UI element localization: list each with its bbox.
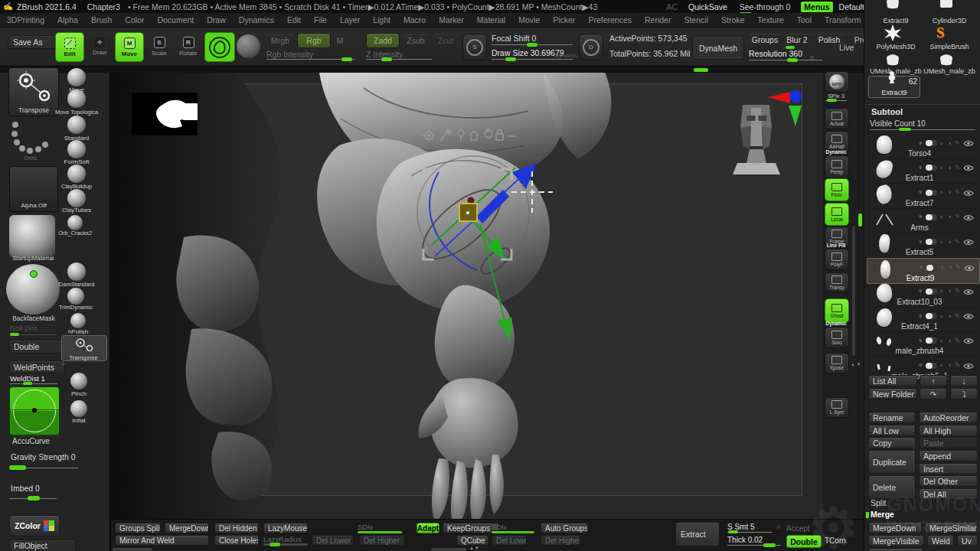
floor-button[interactable]: Floor (825, 178, 849, 201)
contrast-icon[interactable]: ◑ (947, 165, 951, 171)
polypaint-toggle-icon[interactable] (926, 363, 937, 369)
edit-button[interactable]: ⟋ Edit (55, 32, 84, 62)
chevron-down-icon[interactable]: ▾ (919, 362, 923, 369)
uv-button[interactable]: Uv (957, 535, 978, 546)
tool-item-extract9[interactable]: Extract9 (869, 17, 923, 24)
chevron-down-icon[interactable]: ▾ (919, 165, 923, 171)
bpr-button[interactable]: BPR (825, 71, 849, 93)
current-material-sphere[interactable] (237, 34, 260, 58)
polypaint-toggle-icon[interactable] (926, 289, 937, 295)
draw-button[interactable]: ✛ Draw (87, 32, 113, 60)
double-toggle-button[interactable]: Double (9, 340, 64, 354)
insert-button[interactable]: Insert (919, 463, 978, 474)
stroke-picker-button[interactable]: S (462, 34, 487, 60)
menu-texture[interactable]: Texture (757, 15, 783, 24)
zsub-button[interactable]: Zsub (403, 34, 429, 46)
list_all-button[interactable]: List All (868, 375, 917, 386)
edit-pen-icon[interactable]: ✎ (955, 264, 961, 271)
close-holes-button[interactable]: Close Holes (214, 535, 259, 546)
draw-size-slider[interactable] (492, 59, 573, 60)
brush-trimdynamic[interactable] (67, 288, 84, 305)
sdiv-slider[interactable] (492, 531, 534, 533)
chevron-down-icon[interactable]: ▾ (919, 313, 923, 320)
menu-tool[interactable]: Tool (797, 15, 812, 24)
menu-draw[interactable]: Draw (207, 15, 226, 24)
shade-icon[interactable]: ◐ (940, 140, 944, 147)
chevron-down-icon[interactable]: ▾ (919, 140, 923, 147)
polypaint-toggle-icon[interactable] (926, 140, 937, 146)
bottom-scrollbar-left[interactable] (113, 548, 152, 551)
menu-alpha[interactable]: Alpha (57, 15, 78, 24)
smt-circle-icon[interactable]: ○ (776, 523, 780, 530)
polypaint-toggle-icon[interactable] (926, 265, 938, 271)
edit-pen-icon[interactable]: ✎ (954, 165, 960, 171)
z-intensity-slider[interactable] (366, 59, 432, 60)
brush-move topologica[interactable] (67, 90, 86, 108)
groups-split-button[interactable]: Groups Split (115, 523, 161, 533)
accu-curve-button[interactable]: AccuCurve (9, 435, 63, 446)
tool-item-polymesh3d[interactable]: PolyMesh3D (869, 43, 923, 51)
keepgroups-button[interactable]: KeepGroups (443, 523, 499, 533)
resolution-circle-icon[interactable]: ○ (810, 54, 814, 61)
polypaint-toggle-icon[interactable] (926, 313, 937, 319)
mrgb-button[interactable]: Mrgb (266, 34, 294, 46)
menus-button[interactable]: Menus (801, 2, 832, 12)
groups-button[interactable]: Groups (749, 34, 781, 45)
persp-button[interactable]: Persp (825, 155, 849, 178)
polypaint-toggle-icon[interactable] (926, 214, 937, 220)
fill-object-button[interactable]: FillObject (9, 540, 76, 551)
subtool-row-extract4_1[interactable]: ▾◐◑✎Extract4_1 (867, 307, 978, 332)
eye-visibility-icon[interactable] (963, 161, 974, 174)
mirror-and-weld-button[interactable]: Mirror And Weld (115, 535, 209, 546)
menu-dynamics[interactable]: Dynamics (239, 15, 274, 24)
move-button[interactable]: M Move (115, 32, 144, 62)
sdiv-slider[interactable] (358, 531, 402, 533)
spix-handle[interactable] (827, 99, 837, 102)
xpose-button[interactable]: Xpose (825, 353, 849, 373)
rotate-button[interactable]: R Rotate (175, 32, 201, 60)
edit-pen-icon[interactable]: ✎ (954, 288, 960, 295)
contrast-icon[interactable]: ◑ (948, 264, 952, 271)
s-smt-handle[interactable] (728, 530, 738, 533)
auto-groups-button[interactable]: Auto Groups (541, 523, 588, 533)
lazyradius-handle[interactable] (270, 543, 280, 546)
eye-visibility-icon[interactable] (963, 136, 974, 150)
bottom-scroll-arrows[interactable]: ▲▼ (469, 546, 480, 550)
m-button[interactable]: M (334, 34, 346, 46)
menu-picker[interactable]: Picker (553, 15, 575, 24)
brush-hpolish[interactable] (70, 313, 86, 328)
sculpt-canvas[interactable] (111, 73, 823, 520)
menu-light[interactable]: Light (373, 15, 390, 24)
strip-scroll-arrows[interactable]: ▲ ▼ (851, 362, 861, 367)
edit-pen-icon[interactable]: ✎ (954, 362, 960, 369)
eye-visibility-icon[interactable] (963, 186, 974, 200)
ghost-button[interactable]: Ghost (825, 298, 849, 323)
brush-claybuildup[interactable] (67, 165, 86, 183)
contrast-icon[interactable]: ◑ (947, 140, 951, 147)
dynamesh-button[interactable]: DynaMesh (692, 36, 744, 60)
polypaint-toggle-icon[interactable] (926, 190, 937, 196)
strip-scrollbar[interactable] (852, 226, 855, 356)
menu-3dprinting[interactable]: 3DPrinting (7, 15, 44, 24)
subtool-row-arms[interactable]: ▾◐◑✎Arms (867, 208, 978, 233)
subtool-row-extract10_03[interactable]: ▾◐◑✎Extract10_03 (867, 282, 978, 308)
polypaint-toggle-icon[interactable] (926, 239, 937, 245)
accept-button[interactable]: Accept (786, 524, 810, 533)
paste-button[interactable]: Paste (919, 437, 978, 448)
zadd-button[interactable]: Zadd (366, 33, 400, 48)
rgb-button[interactable]: Rgb (297, 33, 331, 48)
chevron-down-icon[interactable]: ▾ (919, 337, 923, 344)
subtool-row-torso4[interactable]: ▾◐◑✎Torso4 (867, 134, 978, 159)
menu-brush[interactable]: Brush (91, 15, 112, 24)
current-brush-button[interactable] (204, 32, 235, 62)
move-into-folder-button[interactable]: ⤵ (950, 388, 978, 399)
brush-claytubes[interactable] (67, 189, 86, 207)
subtool-row-extract5[interactable]: ▾◐◑✎Extract5 (867, 233, 978, 258)
shade-icon[interactable]: ◐ (940, 337, 944, 344)
eye-visibility-icon[interactable] (963, 285, 974, 298)
quicksave-button[interactable]: QuickSave (688, 2, 727, 11)
brush-standard[interactable] (67, 116, 86, 134)
brush-pinch[interactable] (70, 373, 87, 390)
shade-icon[interactable]: ◐ (940, 214, 944, 220)
shade-icon[interactable]: ◐ (940, 165, 944, 171)
